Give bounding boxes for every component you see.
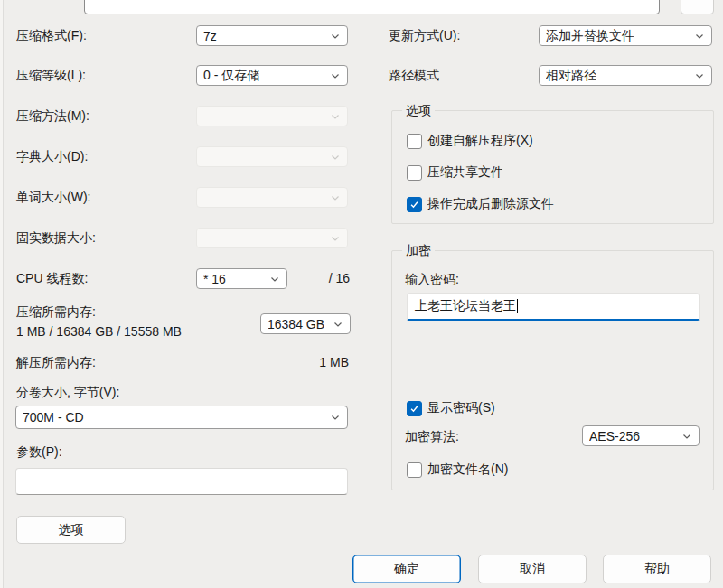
path-mode-label: 路径模式 [389, 65, 439, 85]
chevron-down-icon [330, 31, 341, 42]
dialog-left-edge-line [3, 0, 4, 588]
solid-block-dropdown [196, 228, 348, 248]
parameters-input[interactable] [15, 468, 348, 495]
delete-after-label: 操作完成后删除源文件 [427, 196, 554, 212]
show-password-label: 显示密码(S) [427, 400, 495, 416]
memory-limit-dropdown[interactable]: 16384 GB [260, 313, 351, 334]
show-password-checkbox[interactable] [407, 401, 422, 416]
memory-limit-value: 16384 GB [268, 317, 324, 331]
format-dropdown[interactable]: 7z [196, 25, 348, 46]
ok-button[interactable]: 确定 [352, 555, 461, 583]
encryption-group-title: 加密 [402, 241, 435, 259]
path-mode-dropdown[interactable]: 相对路径 [539, 65, 712, 86]
encryption-method-label: 加密算法: [405, 426, 459, 446]
create-sfx-checkbox-row[interactable]: 创建自解压程序(X) [407, 133, 533, 149]
cancel-button-label: 取消 [520, 561, 545, 577]
create-sfx-label: 创建自解压程序(X) [427, 133, 533, 149]
password-input[interactable]: 上老王论坛当老王 [407, 293, 700, 321]
method-dropdown [196, 106, 348, 126]
encryption-method-value: AES-256 [589, 429, 640, 443]
chevron-down-icon [694, 31, 705, 42]
update-mode-dropdown[interactable]: 添加并替换文件 [539, 25, 712, 46]
create-sfx-checkbox[interactable] [407, 134, 422, 149]
word-size-dropdown [196, 187, 348, 208]
shared-files-checkbox[interactable] [407, 165, 422, 181]
text-caret [517, 299, 518, 313]
level-dropdown[interactable]: 0 - 仅存储 [196, 65, 348, 86]
chevron-down-icon [269, 274, 280, 285]
archive-name-input[interactable] [84, 0, 660, 14]
chevron-down-icon [330, 192, 341, 203]
encrypt-filenames-label: 加密文件名(N) [427, 462, 508, 478]
volume-size-combobox[interactable]: 700M - CD [15, 406, 348, 429]
dictionary-dropdown [196, 146, 348, 167]
chevron-down-icon [330, 233, 341, 244]
help-button-label: 帮助 [644, 561, 670, 577]
format-label: 压缩格式(F): [16, 25, 87, 45]
cpu-threads-value: * 16 [203, 272, 226, 286]
level-label: 压缩等级(L): [16, 65, 86, 85]
chevron-down-icon [330, 70, 341, 81]
cpu-threads-max: / 16 [307, 268, 350, 288]
volume-size-value: 700M - CD [23, 410, 84, 425]
encryption-group: 加密 输入密码: 上老王论坛当老王 显示密码(S) 加密算法: AES-256 … [391, 250, 714, 490]
chevron-down-icon [333, 319, 343, 330]
options-group: 选项 创建自解压程序(X) 压缩共享文件 操作完成后删除源文件 [391, 110, 714, 224]
memory-compress-detail: 1 MB / 16384 GB / 15558 MB [16, 322, 182, 341]
options-button[interactable]: 选项 [16, 516, 126, 544]
chevron-down-icon [330, 111, 341, 122]
parameters-label: 参数(P): [16, 442, 62, 462]
level-value: 0 - 仅存储 [203, 68, 259, 84]
shared-files-label: 压缩共享文件 [427, 164, 503, 181]
shared-files-checkbox-row[interactable]: 压缩共享文件 [407, 164, 503, 181]
update-mode-label: 更新方式(U): [389, 25, 460, 45]
format-value: 7z [203, 29, 217, 43]
memory-decompress-label: 解压所需内存: [16, 352, 96, 372]
encryption-method-dropdown[interactable]: AES-256 [582, 425, 700, 446]
memory-compress-label: 压缩所需内存: [16, 302, 96, 322]
chevron-down-icon [681, 431, 692, 442]
delete-after-checkbox-row[interactable]: 操作完成后删除源文件 [407, 196, 554, 212]
help-button[interactable]: 帮助 [603, 555, 711, 583]
word-size-label: 单词大小(W): [16, 187, 90, 207]
path-mode-value: 相对路径 [546, 68, 596, 84]
ok-button-label: 确定 [394, 561, 419, 577]
cancel-button[interactable]: 取消 [478, 555, 587, 583]
cpu-threads-dropdown[interactable]: * 16 [196, 268, 287, 289]
add-to-archive-dialog: 压缩格式(F): 7z 压缩等级(L): 0 - 仅存储 压缩方法(M): 字典… [0, 0, 723, 588]
volume-size-label: 分卷大小, 字节(V): [16, 382, 119, 402]
chevron-down-icon [330, 152, 341, 163]
options-group-title: 选项 [402, 101, 435, 119]
show-password-checkbox-row[interactable]: 显示密码(S) [407, 400, 495, 416]
delete-after-checkbox[interactable] [407, 197, 422, 212]
encrypt-filenames-checkbox-row[interactable]: 加密文件名(N) [407, 462, 508, 478]
enter-password-label: 输入密码: [405, 269, 459, 289]
method-label: 压缩方法(M): [16, 106, 89, 126]
solid-block-label: 固实数据大小: [16, 228, 96, 247]
password-value: 上老王论坛当老王 [415, 298, 516, 314]
options-button-label: 选项 [59, 522, 84, 538]
browse-button[interactable] [681, 0, 714, 14]
encrypt-filenames-checkbox[interactable] [407, 462, 422, 478]
chevron-down-icon [694, 70, 705, 81]
chevron-down-icon [330, 412, 341, 423]
update-mode-value: 添加并替换文件 [546, 28, 634, 44]
dictionary-label: 字典大小(D): [16, 146, 88, 166]
cpu-threads-label: CPU 线程数: [16, 268, 88, 288]
memory-decompress-value: 1 MB [280, 352, 349, 372]
